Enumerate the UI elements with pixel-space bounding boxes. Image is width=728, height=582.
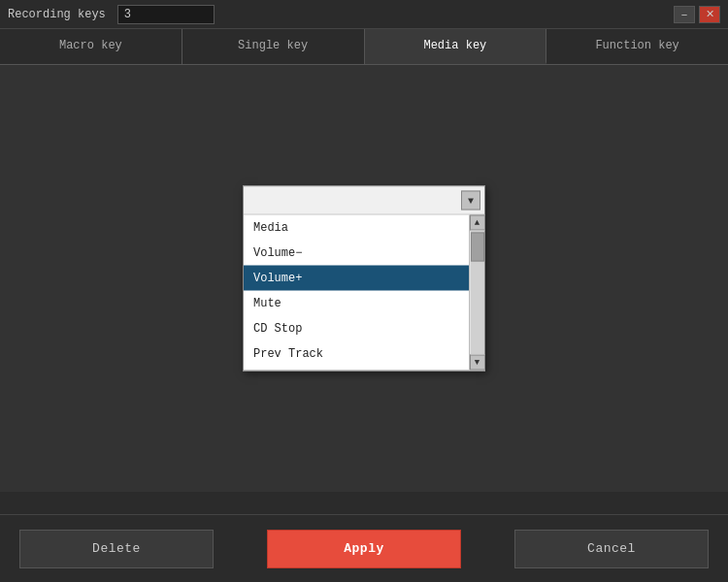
title-controls: − ✕ xyxy=(674,6,720,23)
dropdown-toggle-button[interactable]: ▼ xyxy=(461,191,480,210)
dropdown-item-prev-track[interactable]: Prev Track xyxy=(244,341,469,367)
scroll-thumb[interactable] xyxy=(471,233,484,262)
close-button[interactable]: ✕ xyxy=(699,6,720,23)
title-input[interactable] xyxy=(117,5,215,24)
scroll-track xyxy=(471,231,484,355)
cancel-button[interactable]: Cancel xyxy=(514,530,709,568)
tab-single[interactable]: Single key xyxy=(182,29,365,64)
dropdown-item-cd-stop[interactable]: CD Stop xyxy=(244,316,469,341)
tab-macro[interactable]: Macro key xyxy=(0,29,182,64)
minimize-button[interactable]: − xyxy=(674,6,695,23)
tab-function[interactable]: Function key xyxy=(546,29,728,64)
title-bar: Recording keys − ✕ xyxy=(0,0,728,29)
scroll-down-button[interactable]: ▼ xyxy=(470,355,485,371)
dropdown-scrollbar: ▲ ▼ xyxy=(469,215,484,371)
window-title: Recording keys xyxy=(8,8,106,21)
tab-media[interactable]: Media key xyxy=(365,29,547,64)
scroll-up-button[interactable]: ▲ xyxy=(470,215,485,231)
tab-bar: Macro key Single key Media key Function … xyxy=(0,29,728,65)
apply-button[interactable]: Apply xyxy=(267,530,461,568)
title-bar-left: Recording keys xyxy=(8,5,215,24)
dropdown-item-mute[interactable]: Mute xyxy=(244,291,469,316)
footer: Delete Apply Cancel xyxy=(0,514,728,582)
delete-button[interactable]: Delete xyxy=(19,530,214,568)
dropdown-item-media[interactable]: Media xyxy=(244,215,469,241)
dropdown-list-wrapper: Media Volume− Volume+ Mute CD Stop Prev … xyxy=(244,215,484,371)
dropdown-item-volume-up[interactable]: Volume+ xyxy=(244,266,469,291)
dropdown-item-volume-down[interactable]: Volume− xyxy=(244,241,469,266)
dropdown-popup: ▼ Media Volume− Volume+ Mute CD Stop Pre… xyxy=(243,186,485,372)
dropdown-header: ▼ xyxy=(244,187,484,215)
main-content: ▼ Media Volume− Volume+ Mute CD Stop Pre… xyxy=(0,65,728,492)
dropdown-list: Media Volume− Volume+ Mute CD Stop Prev … xyxy=(244,215,469,371)
